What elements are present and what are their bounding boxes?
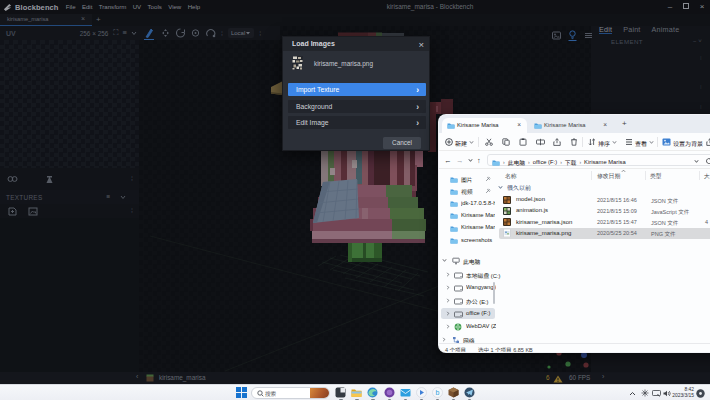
chevron-collapsed-icon[interactable] — [446, 298, 450, 303]
items-count: 4 个项目 — [445, 346, 466, 353]
taskbar-search[interactable]: 搜索 — [251, 387, 330, 399]
group-collapse-icon[interactable] — [498, 185, 503, 190]
cancel-button[interactable]: Cancel — [383, 137, 421, 149]
chevron-collapsed-icon[interactable] — [442, 337, 446, 342]
new-item-label[interactable]: 新建 — [455, 139, 467, 148]
delete-icon[interactable] — [570, 138, 578, 146]
new-item-icon[interactable] — [445, 138, 453, 146]
taskbar-app-dark-icon[interactable] — [335, 387, 346, 398]
sidebar-item-drive-d[interactable]: Wangyang (D:) — [441, 282, 495, 293]
breadcrumb-bar[interactable]: › 此电脑 › office (F:) › 下载 › Kirisame Mari… — [487, 154, 710, 166]
chevron-right-icon: › — [416, 85, 419, 95]
cancel-label: Cancel — [392, 140, 412, 146]
sidebar-label: Kirisame Mari — [461, 212, 495, 218]
copy-icon[interactable] — [502, 138, 510, 146]
taskbar-media-player-icon[interactable] — [416, 387, 427, 398]
sort-icon[interactable] — [588, 138, 596, 146]
sidebar-item-videos[interactable]: 视频 — [441, 185, 495, 196]
tab-close-icon[interactable]: × — [603, 121, 607, 128]
sidebar-item-screenshots[interactable]: screenshots — [441, 235, 495, 246]
sidebar-item-webdav[interactable]: WebDAV (Z:) — [441, 321, 495, 332]
notification-icon[interactable] — [696, 389, 705, 398]
display-tray-icon[interactable] — [652, 390, 661, 397]
explorer-tab-inactive[interactable]: Kirisame Marisa × — [529, 118, 613, 133]
view-icon[interactable] — [625, 138, 633, 146]
crumb-this-pc[interactable]: 此电脑 — [508, 158, 525, 167]
chevron-collapsed-icon[interactable] — [446, 324, 450, 329]
file-name: kirisame_marisa.json — [516, 219, 572, 225]
sidebar-item-drive-f[interactable]: office (F:) — [441, 308, 495, 319]
set-background-icon[interactable] — [662, 138, 671, 146]
import-texture-button[interactable]: Import Texture › — [288, 83, 426, 96]
taskbar-edge-icon[interactable] — [367, 387, 378, 398]
json-file-icon — [503, 218, 511, 226]
folder-icon — [450, 237, 458, 244]
sidebar-label: 此电脑 — [463, 257, 480, 266]
share-icon[interactable] — [553, 138, 561, 146]
taskbar-clock[interactable]: 8:42 2023/3/15 — [668, 387, 694, 399]
file-row-kirisame-png[interactable]: kirisame_marisa.png 2020/5/25 20:54 PNG … — [499, 228, 710, 239]
nav-up-icon[interactable]: ↑ — [477, 156, 481, 165]
search-highlight-image[interactable] — [310, 388, 329, 399]
taskbar-explorer-icon[interactable] — [351, 387, 362, 398]
file-row-kirisame-json[interactable]: kirisame_marisa.json 2021/8/15 15:47 JSO… — [499, 217, 710, 228]
png-file-icon — [503, 229, 511, 237]
chevron-collapsed-icon[interactable] — [446, 272, 450, 277]
sidebar-item-kirisame-2[interactable]: Kirisame Mari — [441, 222, 495, 233]
tab-close-icon[interactable]: × — [517, 121, 521, 128]
cut-icon[interactable] — [485, 138, 493, 146]
json-file-icon — [503, 196, 511, 204]
file-name: kirisame_marisa.png — [516, 230, 571, 236]
column-size[interactable]: 大小 — [704, 171, 710, 181]
chevron-collapsed-icon[interactable] — [446, 285, 450, 290]
ime-icon[interactable] — [641, 389, 649, 397]
refresh-icon[interactable] — [705, 157, 710, 165]
taskbar-telegram-icon[interactable] — [464, 387, 475, 398]
sidebar-scrollbar[interactable] — [493, 282, 495, 304]
crumb-downloads[interactable]: 下载 — [565, 158, 577, 167]
chevron-expanded-icon[interactable] — [442, 258, 447, 263]
address-dropdown-icon[interactable] — [694, 159, 699, 164]
import-texture-label: Import Texture — [296, 86, 339, 93]
taskbar-mail-icon[interactable] — [400, 387, 411, 398]
sidebar-item-kirisame-1[interactable]: Kirisame Mari — [441, 210, 495, 221]
new-explorer-tab-button[interactable]: + — [622, 119, 627, 128]
background-label: Background — [296, 103, 332, 110]
taskbar-blockbench-icon[interactable] — [448, 387, 459, 398]
sidebar-item-this-pc[interactable]: 此电脑 — [441, 255, 495, 266]
sort-label[interactable]: 排序 — [598, 139, 610, 148]
dialog-titlebar[interactable]: Load Images × — [283, 37, 429, 51]
chevron-collapsed-icon[interactable] — [446, 311, 450, 316]
sort-ascending-icon — [621, 169, 626, 173]
start-button-icon[interactable] — [236, 387, 247, 398]
crumb-folder[interactable]: Kirisame Marisa — [584, 159, 626, 165]
column-date[interactable]: 修改日期 — [597, 171, 620, 181]
column-type[interactable]: 类型 — [650, 171, 662, 181]
set-background-label[interactable]: 设置为背景 — [673, 139, 703, 148]
nav-back-icon[interactable]: ← — [444, 156, 452, 165]
dialog-close-icon[interactable]: × — [418, 39, 424, 50]
sidebar-item-jdk[interactable]: jdk-17.0.5.8-h — [441, 198, 495, 209]
file-row-model-json[interactable]: model.json 2021/8/15 16:46 JSON 文件 — [499, 194, 710, 205]
sidebar-item-pictures[interactable]: 图片 — [441, 173, 495, 184]
nav-history-icon[interactable] — [468, 158, 473, 163]
nav-forward-icon[interactable]: → — [456, 156, 464, 165]
pin-icon — [485, 188, 491, 194]
taskbar: 搜索 b 8:42 2023/3/15 — [0, 384, 710, 400]
column-name[interactable]: 名称 — [505, 171, 517, 181]
taskbar-bilibili-icon[interactable]: b — [432, 387, 443, 398]
background-button[interactable]: Background › — [288, 100, 426, 113]
edit-image-button[interactable]: Edit Image › — [288, 116, 426, 129]
explorer-tab-active[interactable]: Kirisame Marisa × — [442, 118, 527, 133]
sidebar-item-drive-e[interactable]: 办公 (E:) — [441, 295, 495, 306]
more-toolbar-icon[interactable] — [706, 138, 710, 146]
taskbar-purple-app-icon[interactable] — [384, 387, 395, 398]
rename-icon[interactable] — [536, 138, 545, 146]
sidebar-item-drive-c[interactable]: 本地磁盘 (C:) — [441, 269, 495, 280]
dialog-file-name: kirisame_marisa.png — [314, 60, 373, 67]
view-label[interactable]: 查看 — [635, 139, 647, 148]
paste-icon[interactable] — [519, 138, 527, 146]
file-row-animation-js[interactable]: animation.js 2021/8/15 15:09 JavaScript … — [499, 205, 710, 216]
tray-expand-icon[interactable] — [629, 391, 636, 396]
crumb-drive[interactable]: office (F:) — [533, 159, 557, 165]
